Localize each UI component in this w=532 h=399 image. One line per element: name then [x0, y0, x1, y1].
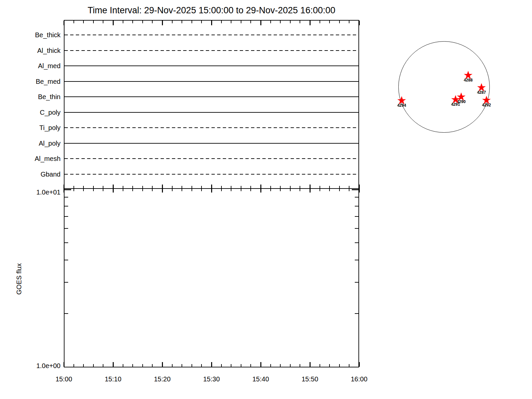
plot-canvas: { "title": "Time Interval: 29-Nov-2025 1… [0, 0, 532, 399]
active-region-markers: 428842874290429142924294 [0, 0, 532, 399]
active-region-label-4288: 4288 [460, 78, 476, 82]
active-region-label-4294: 4294 [394, 103, 410, 108]
active-region-label-4291: 4291 [448, 102, 464, 107]
active-region-label-4292: 4292 [478, 103, 494, 107]
active-region-label-4287: 4287 [473, 90, 489, 95]
